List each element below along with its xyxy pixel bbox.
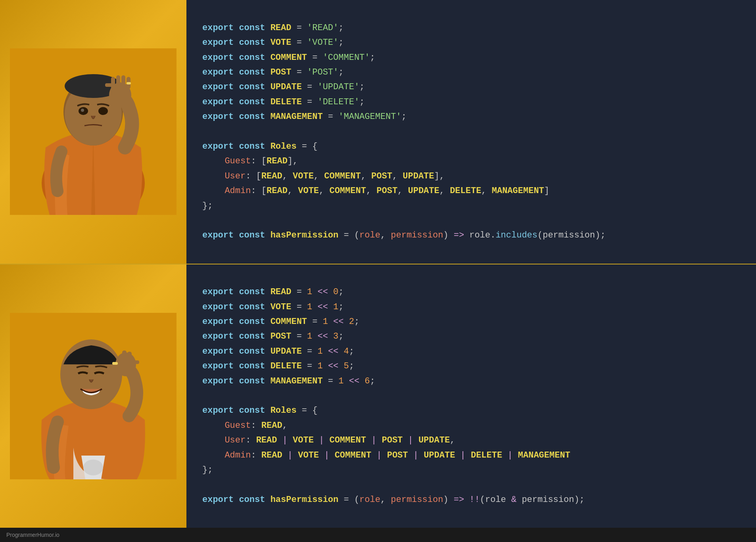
svg-point-17 xyxy=(83,460,103,475)
bottom-code-panel: export const READ = 1 << 0; export const… xyxy=(186,264,756,528)
b-code-line-roles-open: export const Roles = { xyxy=(202,403,740,418)
top-row: export const READ = 'READ'; export const… xyxy=(0,0,756,264)
code-line-admin: Admin: [READ, VOTE, COMMENT, POST, UPDAT… xyxy=(202,184,740,198)
svg-rect-24 xyxy=(112,362,118,365)
svg-rect-23 xyxy=(132,360,139,364)
svg-rect-22 xyxy=(117,360,133,371)
b-code-line-roles-close: }; xyxy=(202,463,740,477)
watermark-text: ProgrammerHumor.io xyxy=(6,532,59,538)
code-line-user: User: [READ, VOTE, COMMENT, POST, UPDATE… xyxy=(202,169,740,184)
drake-approve-panel xyxy=(0,264,186,528)
svg-rect-15 xyxy=(127,82,131,84)
b-code-line-blank2 xyxy=(202,477,740,492)
code-line-roles-close: }; xyxy=(202,199,740,213)
svg-point-7 xyxy=(81,109,84,112)
svg-rect-10 xyxy=(111,77,115,89)
b-code-line-4: export const POST = 1 << 3; xyxy=(202,329,740,344)
b-code-line-admin: Admin: READ | VOTE | COMMENT | POST | UP… xyxy=(202,448,740,463)
code-line-blank2 xyxy=(202,213,740,228)
code-line-2: export const VOTE = 'VOTE'; xyxy=(202,35,740,50)
b-code-line-3: export const COMMENT = 1 << 2; xyxy=(202,314,740,329)
b-code-line-1: export const READ = 1 << 0; xyxy=(202,285,740,299)
drake-disapprove-panel xyxy=(0,0,186,264)
bottom-code-block: export const READ = 1 << 0; export const… xyxy=(202,285,740,507)
code-line-5: export const UPDATE = 'UPDATE'; xyxy=(202,80,740,94)
top-code-panel: export const READ = 'READ'; export const… xyxy=(186,0,756,264)
code-line-6: export const DELETE = 'DELETE'; xyxy=(202,95,740,109)
svg-rect-14 xyxy=(105,83,113,87)
b-code-line-2: export const VOTE = 1 << 1; xyxy=(202,300,740,314)
b-code-line-6: export const DELETE = 1 << 5; xyxy=(202,359,740,373)
drake-disapprove-svg xyxy=(10,48,177,215)
b-code-line-guest: Guest: READ, xyxy=(202,418,740,433)
b-code-line-7: export const MANAGEMENT = 1 << 6; xyxy=(202,374,740,389)
code-line-blank1 xyxy=(202,124,740,139)
code-line-hasperm: export const hasPermission = (role, perm… xyxy=(202,228,740,243)
svg-point-6 xyxy=(98,107,108,115)
b-code-line-5: export const UPDATE = 1 << 4; xyxy=(202,344,740,359)
drake-approve-svg xyxy=(10,313,177,479)
top-code-block: export const READ = 'READ'; export const… xyxy=(202,21,740,243)
bottom-row: export const READ = 1 << 0; export const… xyxy=(0,264,756,528)
code-line-guest: Guest: [READ], xyxy=(202,154,740,169)
code-line-roles-open: export const Roles = { xyxy=(202,139,740,154)
b-code-line-blank1 xyxy=(202,389,740,403)
meme-container: export const READ = 'READ'; export const… xyxy=(0,0,756,528)
footer-bar: ProgrammerHumor.io xyxy=(0,528,756,542)
code-line-7: export const MANAGEMENT = 'MANAGEMENT'; xyxy=(202,109,740,124)
b-code-line-hasperm: export const hasPermission = (role, perm… xyxy=(202,492,740,507)
svg-rect-11 xyxy=(116,75,120,89)
code-line-4: export const POST = 'POST'; xyxy=(202,65,740,80)
svg-rect-12 xyxy=(121,75,125,89)
code-line-3: export const COMMENT = 'COMMENT'; xyxy=(202,50,740,65)
b-code-line-user: User: READ | VOTE | COMMENT | POST | UPD… xyxy=(202,433,740,448)
code-line-1: export const READ = 'READ'; xyxy=(202,21,740,35)
